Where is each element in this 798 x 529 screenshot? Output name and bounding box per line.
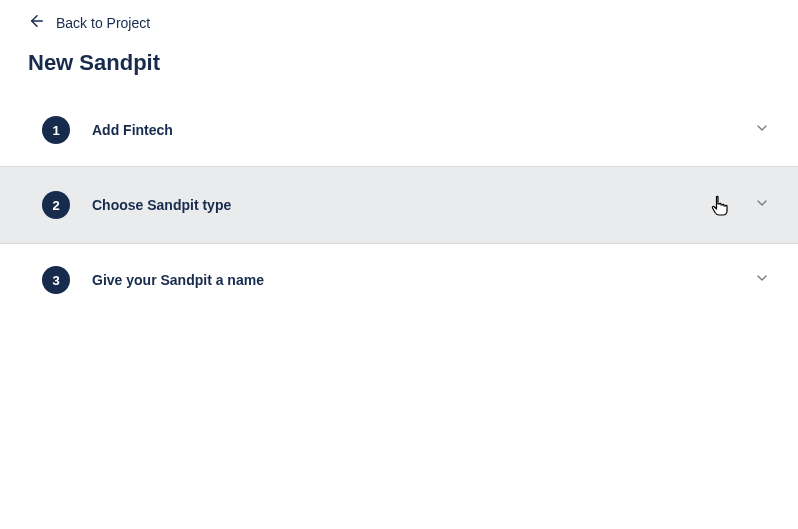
- step-choose-sandpit-type[interactable]: 2 Choose Sandpit type: [0, 166, 798, 244]
- step-give-sandpit-name[interactable]: 3 Give your Sandpit a name: [0, 244, 798, 316]
- back-to-project-link[interactable]: Back to Project: [0, 0, 798, 42]
- page-title: New Sandpit: [0, 42, 798, 94]
- back-link-label: Back to Project: [56, 15, 150, 31]
- chevron-down-icon: [754, 195, 770, 215]
- step-label: Add Fintech: [92, 122, 754, 138]
- step-number-badge: 2: [42, 191, 70, 219]
- step-label: Give your Sandpit a name: [92, 272, 754, 288]
- step-number-badge: 3: [42, 266, 70, 294]
- chevron-down-icon: [754, 120, 770, 140]
- step-add-fintech[interactable]: 1 Add Fintech: [0, 94, 798, 166]
- arrow-left-icon: [28, 12, 46, 34]
- chevron-down-icon: [754, 270, 770, 290]
- step-label: Choose Sandpit type: [92, 197, 754, 213]
- step-number-badge: 1: [42, 116, 70, 144]
